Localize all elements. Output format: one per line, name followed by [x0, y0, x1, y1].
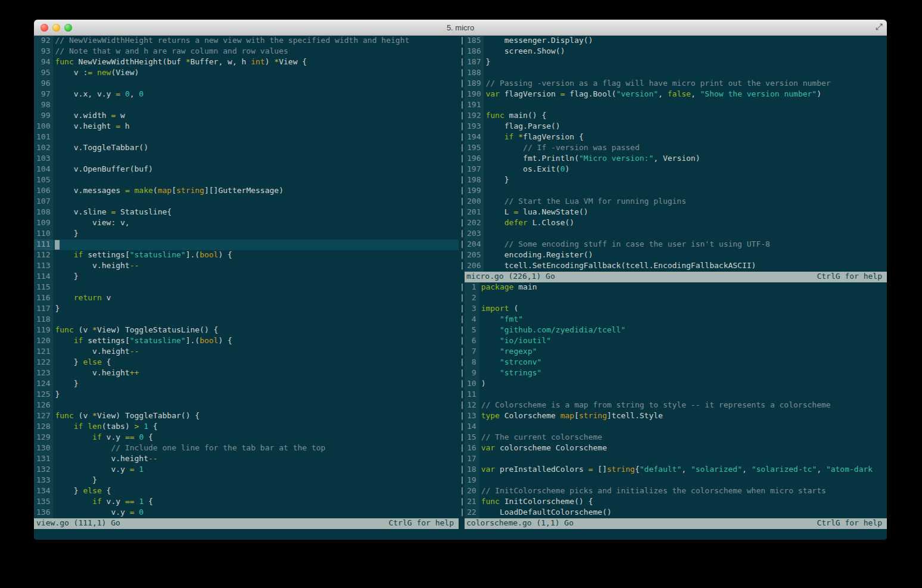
code-line[interactable]: |1package main [459, 282, 887, 293]
pane-micro-go[interactable]: |185 messenger.Display()|186 screen.Show… [459, 36, 887, 282]
code-line[interactable]: 120 if settings["statusline"].(bool) { [34, 336, 459, 347]
code-line[interactable]: |199 [459, 186, 887, 197]
code-line[interactable]: 95 v := new(View) [34, 68, 459, 79]
code-line[interactable]: 93// Note that w and h are raw column an… [34, 46, 459, 57]
code-line[interactable]: 114 } [34, 272, 459, 282]
code-line[interactable]: |4 "fmt" [459, 315, 887, 325]
titlebar[interactable]: 5. micro ⤢ [34, 20, 887, 36]
pane-view-go[interactable]: 92// NewViewWidthHeight returns a new vi… [34, 36, 459, 529]
code-line[interactable]: |10) [459, 379, 887, 390]
code-line[interactable]: 129 if v.y == 0 { [34, 433, 459, 443]
code-line[interactable]: |203 [459, 229, 887, 239]
code-line[interactable]: 105 [34, 175, 459, 186]
code-line[interactable]: |195 // If -version was passed [459, 143, 887, 154]
command-line[interactable] [34, 529, 887, 540]
code-line[interactable]: |185 messenger.Display() [459, 36, 887, 46]
code-line[interactable]: 107 [34, 197, 459, 207]
code-line[interactable]: |196 fmt.Println("Micro version:", Versi… [459, 154, 887, 164]
code-line[interactable]: |9 "strings" [459, 368, 887, 379]
code-line[interactable]: |7 "regexp" [459, 347, 887, 357]
code-line[interactable]: |13type Colorscheme map[string]tcell.Sty… [459, 411, 887, 422]
code-line[interactable]: |202 defer L.Close() [459, 218, 887, 229]
code-line[interactable]: 92// NewViewWidthHeight returns a new vi… [34, 36, 459, 46]
code-line[interactable]: 126 [34, 400, 459, 411]
code-line[interactable]: 94func NewViewWidthHeight(buf *Buffer, w… [34, 57, 459, 68]
pane-colorscheme-go[interactable]: |1package main|2|3import (|4 "fmt"|5 "gi… [459, 282, 887, 529]
code-line[interactable]: 133 } [34, 475, 459, 486]
code-line[interactable]: 97 v.x, v.y = 0, 0 [34, 89, 459, 100]
code-line[interactable]: 102 v.ToggleTabbar() [34, 143, 459, 154]
code-line[interactable]: 108 v.sline = Statusline{ [34, 207, 459, 218]
minimize-button[interactable] [52, 24, 60, 32]
code-line[interactable]: 117} [34, 304, 459, 315]
code-line[interactable]: |198 } [459, 175, 887, 186]
code-line[interactable]: |17 [459, 454, 887, 465]
code-line[interactable]: |188 [459, 68, 887, 79]
code-line[interactable]: 131 v.height-- [34, 454, 459, 465]
code-line[interactable]: |15// The current colorscheme [459, 433, 887, 443]
code-line[interactable]: |21func InitColorscheme() { [459, 497, 887, 508]
code-line[interactable]: 115 [34, 282, 459, 293]
fullscreen-icon[interactable]: ⤢ [876, 21, 883, 32]
code-line[interactable]: |204 // Some encoding stuff in case the … [459, 239, 887, 250]
code-line[interactable]: 100 v.height = h [34, 122, 459, 132]
code-line[interactable]: 110 } [34, 229, 459, 239]
code-line[interactable]: |186 screen.Show() [459, 46, 887, 57]
code-line[interactable]: |194 if *flagVersion { [459, 132, 887, 143]
code-line[interactable]: 112 if settings["statusline"].(bool) { [34, 250, 459, 261]
code-line[interactable]: 122 } else { [34, 357, 459, 368]
code-line[interactable]: 111 [34, 239, 459, 250]
code-line[interactable]: |193 flag.Parse() [459, 122, 887, 132]
code-line[interactable]: |20// InitColorscheme picks and initiali… [459, 486, 887, 497]
line-number: 103 [34, 154, 53, 164]
code-line[interactable]: 135 if v.y == 1 { [34, 497, 459, 508]
line-number: 119 [34, 325, 53, 336]
code-line[interactable]: |3import ( [459, 304, 887, 315]
code-line[interactable]: 121 v.height-- [34, 347, 459, 357]
code-line[interactable]: |190var flagVersion = flag.Bool("version… [459, 89, 887, 100]
code-line[interactable]: 104 v.OpenBuffer(buf) [34, 164, 459, 175]
code-line[interactable]: 128 if len(tabs) > 1 { [34, 422, 459, 433]
code-line[interactable]: 116 return v [34, 293, 459, 304]
code-line[interactable]: |11 [459, 390, 887, 400]
code-line[interactable]: 99 v.width = w [34, 111, 459, 122]
code-line[interactable]: 123 v.height++ [34, 368, 459, 379]
code-line[interactable]: |19 [459, 475, 887, 486]
code-line[interactable]: 106 v.messages = make(map[string][]Gutte… [34, 186, 459, 197]
code-line[interactable]: 124 } [34, 379, 459, 390]
code-line[interactable]: |191 [459, 100, 887, 111]
code-line[interactable]: |8 "strconv" [459, 357, 887, 368]
code-line[interactable]: |6 "io/ioutil" [459, 336, 887, 347]
code-line[interactable]: |197 os.Exit(0) [459, 164, 887, 175]
code-line[interactable]: |201 L = lua.NewState() [459, 207, 887, 218]
code-line[interactable]: 103 [34, 154, 459, 164]
code-line[interactable]: |14 [459, 422, 887, 433]
code-line[interactable]: |206 tcell.SetEncodingFallback(tcell.Enc… [459, 261, 887, 272]
code-line[interactable]: |200 // Start the Lua VM for running plu… [459, 197, 887, 207]
code-line[interactable]: 119func (v *View) ToggleStatusLine() { [34, 325, 459, 336]
code-line[interactable]: 130 // Include one line for the tab bar … [34, 443, 459, 454]
code-line[interactable]: |2 [459, 293, 887, 304]
code-line[interactable]: |192func main() { [459, 111, 887, 122]
code-line[interactable]: 136 v.y = 0 [34, 508, 459, 518]
code-line[interactable]: 127func (v *View) ToggleTabbar() { [34, 411, 459, 422]
code-line[interactable]: 118 [34, 315, 459, 325]
zoom-button[interactable] [64, 24, 72, 32]
code-line[interactable]: 132 v.y = 1 [34, 465, 459, 475]
code-line[interactable]: 101 [34, 132, 459, 143]
code-line[interactable]: |16var colorscheme Colorscheme [459, 443, 887, 454]
code-line[interactable]: 134 } else { [34, 486, 459, 497]
close-button[interactable] [41, 24, 48, 32]
code-line[interactable]: 113 v.height-- [34, 261, 459, 272]
code-line[interactable]: |22 LoadDefaultColorscheme() [459, 508, 887, 518]
code-line[interactable]: 109 view: v, [34, 218, 459, 229]
code-line[interactable]: 125} [34, 390, 459, 400]
code-line[interactable]: |18var preInstalledColors = []string{"de… [459, 465, 887, 475]
code-line[interactable]: |5 "github.com/zyedidia/tcell" [459, 325, 887, 336]
code-line[interactable]: |187} [459, 57, 887, 68]
code-line[interactable]: |12// Colorscheme is a map from string t… [459, 400, 887, 411]
code-line[interactable]: |189// Passing -version as a flag will h… [459, 79, 887, 89]
code-line[interactable]: 96 [34, 79, 459, 89]
code-line[interactable]: 98 [34, 100, 459, 111]
code-line[interactable]: |205 encoding.Register() [459, 250, 887, 261]
